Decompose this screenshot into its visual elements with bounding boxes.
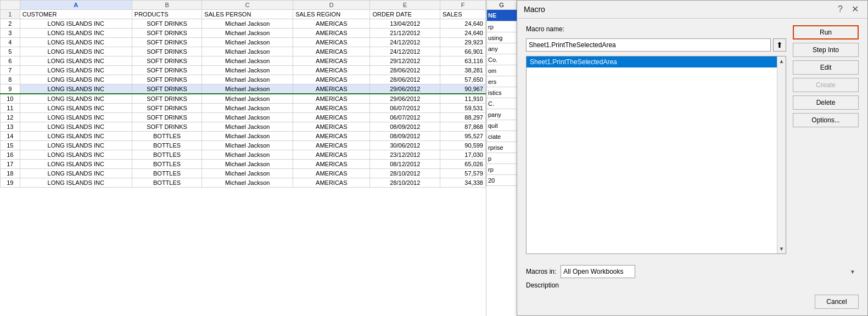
macro-list-item-selected[interactable]: Sheet1.PrintTheSelectedArea <box>527 57 777 67</box>
cell-products[interactable]: SOFT DRINKS <box>132 47 202 57</box>
cell-sales[interactable]: 24,640 <box>440 19 486 29</box>
cell-products[interactable]: SOFT DRINKS <box>132 75 202 84</box>
cell-salesregion[interactable]: AMERICAS <box>293 66 370 75</box>
cell-products[interactable]: SOFT DRINKS <box>132 104 202 113</box>
run-button[interactable]: Run <box>793 25 859 40</box>
cell-products[interactable]: SOFT DRINKS <box>132 38 202 47</box>
cell-products[interactable]: BOTTLES <box>132 141 202 150</box>
cell-salesperson[interactable]: Michael Jackson <box>202 19 293 29</box>
cell-salesregion[interactable]: AMERICAS <box>293 57 370 66</box>
cell-salesperson[interactable]: Michael Jackson <box>202 178 293 188</box>
col-header-c[interactable]: C <box>202 1 293 10</box>
create-button[interactable]: Create <box>793 78 859 92</box>
cell-sales[interactable]: 24,640 <box>440 29 486 38</box>
cell-salesregion[interactable]: AMERICAS <box>293 94 370 104</box>
cell-salesperson[interactable]: Michael Jackson <box>202 47 293 57</box>
cell-salesperson[interactable]: Michael Jackson <box>202 169 293 178</box>
cell-orderdate[interactable]: 08/12/2012 <box>370 160 440 169</box>
dialog-help-button[interactable]: ? <box>836 5 845 14</box>
cell-orderdate[interactable]: 29/06/2012 <box>370 94 440 104</box>
cell-products[interactable]: BOTTLES <box>132 132 202 141</box>
edit-button[interactable]: Edit <box>793 60 859 75</box>
cell-salesperson[interactable]: Michael Jackson <box>202 113 293 122</box>
cell-salesregion[interactable]: AMERICAS <box>293 122 370 132</box>
cell-salesregion[interactable]: AMERICAS <box>293 29 370 38</box>
cell-products[interactable]: SOFT DRINKS <box>132 94 202 104</box>
col-header-e[interactable]: E <box>370 1 440 10</box>
cell-products[interactable]: SOFT DRINKS <box>132 19 202 29</box>
cell-customer[interactable]: LONG ISLANDS INC <box>20 47 132 57</box>
cell-sales[interactable]: 63,116 <box>440 57 486 66</box>
macros-in-select[interactable]: All Open Workbooks This Workbook <box>561 265 635 278</box>
cell-orderdate[interactable]: 06/07/2012 <box>370 104 440 113</box>
cell-sales[interactable]: 11,910 <box>440 94 486 104</box>
cancel-button[interactable]: Cancel <box>815 295 859 309</box>
cell-customer[interactable]: LONG ISLANDS INC <box>20 94 132 104</box>
cell-customer[interactable]: LONG ISLANDS INC <box>20 19 132 29</box>
list-scrollbar[interactable]: ▲ ▼ <box>777 57 786 253</box>
cell-sales[interactable]: 59,531 <box>440 104 486 113</box>
cell-customer[interactable]: LONG ISLANDS INC <box>20 141 132 150</box>
cell-sales[interactable]: 38,281 <box>440 66 486 75</box>
cell-orderdate[interactable]: 08/09/2012 <box>370 132 440 141</box>
cell-salesperson[interactable]: Michael Jackson <box>202 150 293 160</box>
cell-sales[interactable]: 65,026 <box>440 160 486 169</box>
cell-orderdate[interactable]: 21/12/2012 <box>370 29 440 38</box>
delete-button[interactable]: Delete <box>793 95 859 110</box>
cell-salesregion[interactable]: AMERICAS <box>293 75 370 84</box>
cell-orderdate[interactable]: 28/06/2012 <box>370 75 440 84</box>
cell-orderdate[interactable]: 30/06/2012 <box>370 141 440 150</box>
options-button[interactable]: Options... <box>793 113 859 127</box>
cell-customer[interactable]: LONG ISLANDS INC <box>20 132 132 141</box>
cell-products[interactable]: BOTTLES <box>132 178 202 188</box>
cell-orderdate[interactable]: 29/12/2012 <box>370 57 440 66</box>
col-header-d[interactable]: D <box>293 1 370 10</box>
cell-sales[interactable]: 34,338 <box>440 178 486 188</box>
cell-customer[interactable]: LONG ISLANDS INC <box>20 57 132 66</box>
dialog-close-button[interactable]: ✕ <box>849 5 861 14</box>
cell-customer[interactable]: LONG ISLANDS INC <box>20 104 132 113</box>
cell-sales[interactable]: 88,297 <box>440 113 486 122</box>
cell-salesperson[interactable]: Michael Jackson <box>202 29 293 38</box>
cell-customer[interactable]: LONG ISLANDS INC <box>20 122 132 132</box>
cell-orderdate[interactable]: 29/06/2012 <box>370 84 440 94</box>
cell-salesperson[interactable]: Michael Jackson <box>202 94 293 104</box>
cell-orderdate[interactable]: 24/12/2012 <box>370 38 440 47</box>
cell-salesregion[interactable]: AMERICAS <box>293 47 370 57</box>
cell-products[interactable]: SOFT DRINKS <box>132 57 202 66</box>
col-header-f[interactable]: F <box>440 1 486 10</box>
cell-products[interactable]: SOFT DRINKS <box>132 122 202 132</box>
cell-salesregion[interactable]: AMERICAS <box>293 84 370 94</box>
cell-salesperson[interactable]: Michael Jackson <box>202 104 293 113</box>
cell-salesregion[interactable]: AMERICAS <box>293 104 370 113</box>
cell-sales[interactable]: 90,967 <box>440 84 486 94</box>
col-header-a[interactable]: A <box>20 1 132 10</box>
cell-orderdate[interactable]: 23/12/2012 <box>370 150 440 160</box>
cell-orderdate[interactable]: 08/09/2012 <box>370 122 440 132</box>
cell-orderdate[interactable]: 28/06/2012 <box>370 66 440 75</box>
cell-salesperson[interactable]: Michael Jackson <box>202 122 293 132</box>
cell-customer[interactable]: LONG ISLANDS INC <box>20 150 132 160</box>
cell-orderdate[interactable]: 13/04/2012 <box>370 19 440 29</box>
cell-salesregion[interactable]: AMERICAS <box>293 178 370 188</box>
cell-customer[interactable]: LONG ISLANDS INC <box>20 169 132 178</box>
cell-salesperson[interactable]: Michael Jackson <box>202 84 293 94</box>
cell-customer[interactable]: LONG ISLANDS INC <box>20 178 132 188</box>
browse-button[interactable]: ⬆ <box>773 38 786 52</box>
cell-salesperson[interactable]: Michael Jackson <box>202 141 293 150</box>
cell-orderdate[interactable]: 28/10/2012 <box>370 178 440 188</box>
cell-sales[interactable]: 95,527 <box>440 132 486 141</box>
cell-salesregion[interactable]: AMERICAS <box>293 132 370 141</box>
cell-salesperson[interactable]: Michael Jackson <box>202 38 293 47</box>
cell-sales[interactable]: 87,868 <box>440 122 486 132</box>
cell-products[interactable]: SOFT DRINKS <box>132 29 202 38</box>
cell-customer[interactable]: LONG ISLANDS INC <box>20 75 132 84</box>
cell-salesperson[interactable]: Michael Jackson <box>202 66 293 75</box>
cell-customer[interactable]: LONG ISLANDS INC <box>20 38 132 47</box>
cell-sales[interactable]: 66,901 <box>440 47 486 57</box>
cell-orderdate[interactable]: 28/10/2012 <box>370 169 440 178</box>
cell-products[interactable]: BOTTLES <box>132 160 202 169</box>
col-header-b[interactable]: B <box>132 1 202 10</box>
cell-salesperson[interactable]: Michael Jackson <box>202 160 293 169</box>
scroll-thumb[interactable] <box>777 66 786 244</box>
